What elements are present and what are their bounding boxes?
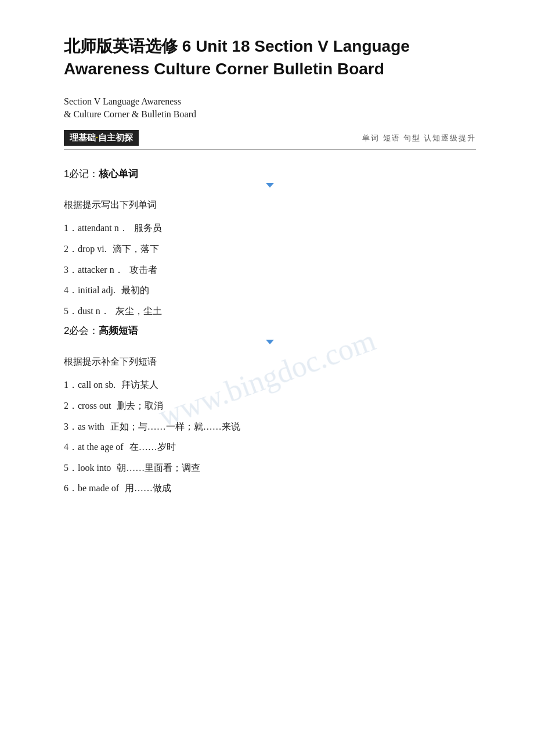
list-item: 3． as with 正如；与……一样；就……来说 <box>64 419 476 434</box>
section1-instruction: 根据提示写出下列单词 <box>64 199 476 211</box>
item-num: 6． <box>64 481 75 496</box>
item-chinese: 服务员 <box>134 223 162 233</box>
item-english: cross out <box>78 401 111 411</box>
item-num: 3． <box>64 419 75 434</box>
list-item: 1． attendant n． 服务员 <box>64 221 476 236</box>
item-english: at the age of <box>78 442 124 452</box>
item-num: 3． <box>64 262 75 278</box>
section2-phrase-list: 1． call on sb. 拜访某人 2． cross out 删去；取消 3… <box>64 377 476 496</box>
item-english: initial <box>78 285 99 295</box>
list-item: 3． attacker n． 攻击者 <box>64 262 476 278</box>
item-chinese: 删去；取消 <box>117 401 163 411</box>
section1-heading-text: 1必记：核心单词 <box>64 167 138 181</box>
item-english: attacker <box>78 265 107 275</box>
item-english: dust <box>78 306 93 316</box>
section2-instruction: 根据提示补全下列短语 <box>64 356 476 368</box>
section1-label: 必记： <box>69 168 99 179</box>
section1-vocab-list: 1． attendant n． 服务员 2． drop vi. 滴下，落下 3．… <box>64 221 476 318</box>
item-pos: vi. <box>97 244 106 254</box>
item-pos: n． <box>114 223 128 233</box>
item-num: 1． <box>64 377 75 393</box>
section2-heading-text: 2必会：高频短语 <box>64 324 138 337</box>
item-chinese: 用……做成 <box>125 483 171 493</box>
item-english: be made of <box>78 483 119 493</box>
item-english: call on sb. <box>78 380 116 390</box>
item-num: 5． <box>64 460 75 476</box>
list-item: 6． be made of 用……做成 <box>64 481 476 496</box>
item-chinese: 正如；与……一样；就……来说 <box>110 422 240 431</box>
section2-heading: 2必会：高频短语 <box>64 324 476 344</box>
banner-suffix: 自主初探 <box>98 132 133 142</box>
list-item: 5． look into 朝……里面看；调查 <box>64 460 476 476</box>
section-banner: 理基础·自主初探 单词 短语 句型 认知逐级提升 <box>64 130 476 150</box>
section2-label: 必会： <box>69 325 99 336</box>
item-chinese: 拜访某人 <box>121 380 158 390</box>
subtitle-line2: & Culture Corner & Bulletin Board <box>64 109 476 120</box>
item-english: attendant <box>78 223 112 233</box>
item-num: 2． <box>64 398 75 413</box>
item-english: drop <box>78 244 95 254</box>
list-item: 5． dust n． 灰尘，尘土 <box>64 304 476 319</box>
item-chinese: 最初的 <box>121 285 149 295</box>
item-pos: adj. <box>102 285 116 295</box>
item-chinese: 滴下，落下 <box>113 244 159 254</box>
main-title: 北师版英语选修 6 Unit 18 Section V Language Awa… <box>64 35 476 80</box>
list-item: 2． cross out 删去；取消 <box>64 398 476 413</box>
list-item: 4． at the age of 在……岁时 <box>64 440 476 455</box>
item-num: 4． <box>64 440 75 455</box>
item-english: look into <box>78 463 111 473</box>
item-pos: n． <box>96 306 110 316</box>
item-chinese: 朝……里面看；调查 <box>117 463 200 473</box>
list-item: 4． initial adj. 最初的 <box>64 283 476 298</box>
item-num: 1． <box>64 221 75 236</box>
item-pos: n． <box>110 265 124 275</box>
banner-prefix: 理基础 <box>70 132 96 142</box>
item-chinese: 在……岁时 <box>129 442 176 452</box>
section1-heading: 1必记：核心单词 <box>64 167 476 188</box>
item-num: 5． <box>64 304 75 319</box>
item-num: 4． <box>64 283 75 298</box>
item-chinese: 攻击者 <box>129 265 157 275</box>
list-item: 1． call on sb. 拜访某人 <box>64 377 476 393</box>
banner-right-text: 单词 短语 句型 认知逐级提升 <box>362 133 476 143</box>
section2-bold: 高频短语 <box>99 325 138 336</box>
item-english: as with <box>78 422 104 431</box>
item-num: 2． <box>64 242 75 257</box>
subtitle-line1: Section V Language Awareness <box>64 96 476 107</box>
banner-left-text: 理基础·自主初探 <box>64 130 139 146</box>
item-chinese: 灰尘，尘土 <box>116 306 162 316</box>
section1-bold: 核心单词 <box>99 168 138 179</box>
list-item: 2． drop vi. 滴下，落下 <box>64 242 476 257</box>
section1-arrow <box>266 183 274 188</box>
section2-arrow <box>266 340 274 344</box>
